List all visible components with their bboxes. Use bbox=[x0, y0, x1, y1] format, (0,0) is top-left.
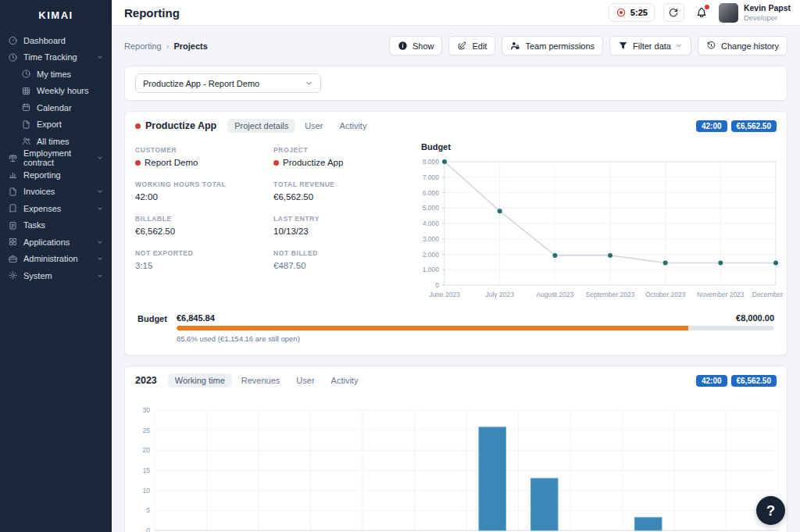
calendar-icon bbox=[21, 102, 31, 112]
chevron-down-icon bbox=[676, 42, 683, 49]
history-icon bbox=[706, 41, 716, 51]
sidebar-item-my-times[interactable]: My times bbox=[0, 66, 112, 83]
show-button[interactable]: Show bbox=[389, 36, 443, 55]
project-color-dot bbox=[135, 123, 141, 129]
change-history-button[interactable]: Change history bbox=[698, 36, 788, 55]
sidebar-item-label: System bbox=[23, 271, 52, 280]
app-logo[interactable]: KIMAI bbox=[0, 6, 112, 32]
sidebar-item-label: Applications bbox=[23, 237, 70, 247]
chevron-down-icon bbox=[96, 272, 104, 280]
svg-text:25: 25 bbox=[143, 427, 151, 434]
tab-activity[interactable]: Activity bbox=[333, 119, 374, 133]
topbar: Reporting 5:25 Kevin Papst Developer bbox=[112, 0, 800, 26]
sidebar-item-label: Dashboard bbox=[23, 36, 66, 45]
edit-button[interactable]: Edit bbox=[448, 36, 495, 55]
revenue-badge: €6,562.50 bbox=[731, 120, 777, 132]
show-button-label: Show bbox=[412, 41, 434, 51]
working-time-chart-container: 051015202530JanuaryFebruaryMarchAprilMay… bbox=[125, 391, 787, 532]
breadcrumb-reporting[interactable]: Reporting bbox=[124, 41, 162, 51]
sidebar-item-dashboard[interactable]: Dashboard bbox=[0, 32, 112, 49]
field-billable: BILLABLE €6,562.50 bbox=[135, 215, 264, 236]
clipboard-icon bbox=[8, 220, 18, 230]
breadcrumb-projects: Projects bbox=[173, 41, 207, 51]
filter-data-button[interactable]: Filter data bbox=[609, 36, 691, 55]
file-icon bbox=[8, 187, 18, 197]
year-card-badges: 42:00 €6,562.50 bbox=[696, 375, 777, 387]
avatar bbox=[719, 3, 738, 23]
sidebar-item-label: Calendar bbox=[37, 103, 72, 112]
chevron-down-icon bbox=[96, 187, 104, 195]
hours-badge: 42:00 bbox=[696, 120, 727, 132]
tab-user[interactable]: User bbox=[298, 119, 330, 133]
sidebar-item-invoices[interactable]: Invoices bbox=[0, 184, 112, 201]
svg-text:30: 30 bbox=[143, 406, 151, 414]
field-value: 42:00 bbox=[135, 192, 264, 202]
tab-year-user[interactable]: User bbox=[289, 373, 321, 387]
help-button[interactable]: ? bbox=[756, 496, 785, 525]
tab-year-activity[interactable]: Activity bbox=[324, 373, 366, 387]
notifications-button[interactable] bbox=[693, 3, 710, 22]
team-permissions-label: Team permissions bbox=[525, 41, 595, 51]
field-label: LAST ENTRY bbox=[273, 215, 402, 223]
sidebar-item-reporting[interactable]: Reporting bbox=[0, 166, 112, 184]
user-menu[interactable]: Kevin Papst Developer bbox=[719, 3, 791, 23]
breadcrumb-separator: › bbox=[166, 41, 170, 51]
notification-badge bbox=[705, 5, 709, 9]
team-permissions-button[interactable]: Team permissions bbox=[502, 36, 603, 55]
sidebar-item-administration[interactable]: Administration bbox=[0, 251, 112, 268]
breadcrumb: Reporting › Projects bbox=[124, 41, 208, 51]
sidebar-item-tasks[interactable]: Tasks bbox=[0, 217, 112, 234]
chevron-down-icon bbox=[96, 154, 104, 162]
sidebar-item-export[interactable]: Export bbox=[0, 116, 112, 134]
field-label: NOT EXPORTED bbox=[135, 249, 264, 257]
project-card-header: Productize App Project details User Acti… bbox=[125, 112, 787, 137]
edit-icon bbox=[457, 41, 467, 51]
scale-icon bbox=[8, 153, 18, 163]
sidebar-item-calendar[interactable]: Calendar bbox=[0, 99, 112, 116]
project-details-grid: CUSTOMER Report Demo PROJECT Productize … bbox=[135, 140, 402, 305]
sidebar-item-employment-contract[interactable]: Employment contract bbox=[0, 150, 112, 167]
svg-text:0: 0 bbox=[435, 281, 439, 289]
page-header-row: Reporting › Projects Show Edit Team perm… bbox=[124, 36, 788, 55]
project-select-card: Productize App - Report Demo bbox=[124, 66, 788, 101]
chevron-down-icon bbox=[96, 238, 104, 246]
field-value: €6,562.50 bbox=[273, 192, 402, 202]
sidebar-item-time-tracking[interactable]: Time Tracking bbox=[0, 49, 112, 66]
field-customer: CUSTOMER Report Demo bbox=[135, 146, 264, 167]
tab-working-time[interactable]: Working time bbox=[168, 373, 232, 387]
hours-badge: 42:00 bbox=[696, 375, 727, 387]
field-project: PROJECT Productize App bbox=[273, 146, 402, 167]
refresh-button[interactable] bbox=[663, 3, 684, 22]
info-icon bbox=[398, 41, 408, 51]
customer-color-dot bbox=[135, 160, 141, 166]
svg-text:10: 10 bbox=[143, 487, 151, 495]
year-card-header: 2023 Working time Revenues User Activity… bbox=[125, 366, 787, 391]
sidebar-item-system[interactable]: System bbox=[0, 267, 112, 284]
svg-text:November 2023: November 2023 bbox=[697, 291, 745, 298]
svg-text:5: 5 bbox=[146, 506, 150, 514]
change-history-label: Change history bbox=[721, 41, 779, 51]
timer-button[interactable]: 5:25 bbox=[609, 3, 655, 22]
year-card-tabs: Working time Revenues User Activity bbox=[168, 373, 366, 387]
project-select[interactable]: Productize App - Report Demo bbox=[135, 73, 321, 93]
field-value: Productize App bbox=[273, 158, 402, 167]
project-card-title: Productize App bbox=[135, 120, 216, 131]
action-buttons: Show Edit Team permissions Filter data bbox=[389, 36, 788, 55]
sidebar-item-label: My times bbox=[37, 70, 71, 79]
tab-revenues[interactable]: Revenues bbox=[234, 373, 288, 387]
svg-text:3.000: 3.000 bbox=[423, 235, 440, 243]
sidebar-item-all-times[interactable]: All times bbox=[0, 133, 112, 150]
svg-text:0: 0 bbox=[146, 527, 150, 532]
sidebar-item-applications[interactable]: Applications bbox=[0, 234, 112, 251]
field-value: €487.50 bbox=[273, 261, 402, 270]
sidebar-item-expenses[interactable]: Expenses bbox=[0, 200, 112, 217]
tab-project-details[interactable]: Project details bbox=[227, 119, 295, 133]
sidebar-item-weekly-hours[interactable]: Weekly hours bbox=[0, 83, 112, 100]
field-value: 10/13/23 bbox=[273, 227, 402, 236]
chevron-down-icon bbox=[96, 53, 104, 61]
gear-icon bbox=[8, 270, 18, 280]
year-card-title: 2023 bbox=[135, 375, 157, 386]
svg-text:5.000: 5.000 bbox=[423, 204, 440, 212]
svg-text:4.000: 4.000 bbox=[423, 220, 440, 227]
budget-chart-title: Budget bbox=[421, 142, 777, 152]
